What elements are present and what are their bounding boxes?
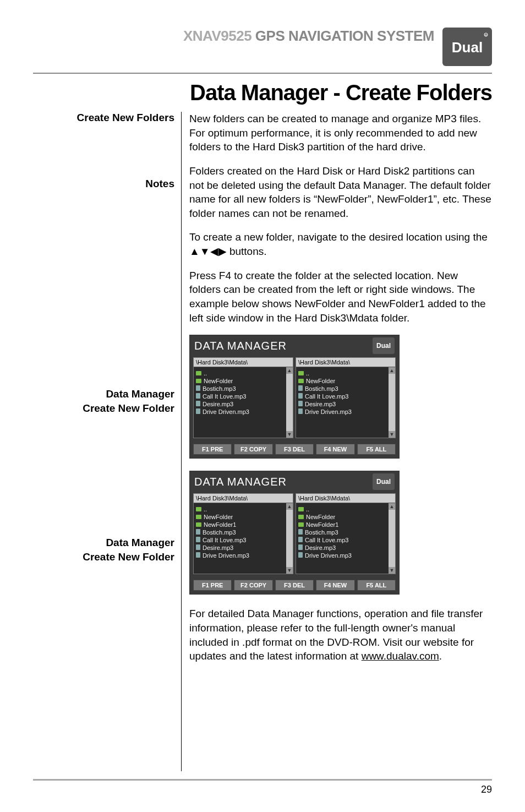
- list-item[interactable]: Drive Driven.mp3: [298, 408, 386, 416]
- header-divider: [33, 73, 492, 74]
- list-item[interactable]: NewFolder1: [196, 521, 284, 528]
- file-icon: [196, 537, 200, 543]
- list-item[interactable]: NewFolder1: [298, 521, 386, 528]
- list-item[interactable]: NewFolder: [298, 377, 386, 385]
- file-name: NewFolder: [204, 514, 233, 520]
- f3-del-button[interactable]: F3 DEL: [275, 580, 314, 591]
- label-notes: Notes: [33, 178, 174, 190]
- list-item[interactable]: Bostich.mp3: [298, 385, 386, 393]
- list-item[interactable]: Call It Love.mp3: [196, 536, 284, 544]
- file-name: Desire.mp3: [305, 544, 336, 551]
- f4-new-button[interactable]: F4 NEW: [316, 444, 354, 455]
- screenshot-data-manager-1: DATA MANAGER Dual \Hard Disk3\Mdata\ ..N…: [189, 335, 400, 459]
- f3-del-button[interactable]: F3 DEL: [275, 444, 314, 455]
- folder-icon: [196, 506, 201, 513]
- label-dm2b: Create New Folder: [33, 551, 174, 563]
- left-file-list-2[interactable]: ..NewFolderNewFolder1Bostich.mp3Call It …: [194, 503, 286, 574]
- list-item[interactable]: Drive Driven.mp3: [298, 552, 386, 559]
- right-file-list-1[interactable]: ..NewFolderBostich.mp3Call It Love.mp3De…: [296, 367, 389, 438]
- f5-all-button[interactable]: F5 ALL: [357, 444, 396, 455]
- f2-copy-button[interactable]: F2 COPY: [234, 444, 272, 455]
- right-file-list-2[interactable]: ..NewFolderNewFolder1Bostich.mp3Call It …: [296, 503, 389, 574]
- list-item[interactable]: Drive Driven.mp3: [196, 552, 284, 559]
- f1-pre-button[interactable]: F1 PRE: [193, 580, 232, 591]
- list-item[interactable]: Desire.mp3: [196, 400, 284, 408]
- list-item[interactable]: ..: [196, 505, 284, 513]
- folder-icon: [298, 370, 304, 377]
- label-dm1a: Data Manager: [33, 388, 174, 400]
- file-name: ..: [306, 370, 309, 377]
- list-item[interactable]: Bostich.mp3: [298, 528, 386, 536]
- paragraph-1: New folders can be created to manage and…: [189, 112, 492, 154]
- file-name: Desire.mp3: [305, 401, 336, 407]
- file-icon: [298, 529, 303, 536]
- file-icon: [196, 408, 200, 415]
- file-icon: [196, 544, 200, 551]
- file-name: Bostich.mp3: [203, 529, 236, 536]
- folder-icon: [196, 521, 201, 528]
- file-icon: [298, 537, 303, 543]
- file-name: NewFolder1: [204, 521, 236, 528]
- scrollbar[interactable]: ▲▼: [389, 367, 395, 438]
- f2-copy-button[interactable]: F2 COPY: [234, 580, 272, 591]
- file-name: Bostich.mp3: [305, 529, 338, 536]
- left-pane-1[interactable]: \Hard Disk3\Mdata\ ..NewFolderBostich.mp…: [193, 357, 293, 438]
- list-item[interactable]: Call It Love.mp3: [298, 536, 386, 544]
- svg-text:R: R: [485, 34, 487, 37]
- paragraph-3: To create a new folder, navigate to the …: [189, 230, 492, 258]
- f4-new-button[interactable]: F4 NEW: [316, 580, 354, 591]
- footnote-link[interactable]: www.dualav.com: [362, 650, 439, 662]
- screenshot-title-1: DATA MANAGER: [194, 340, 287, 352]
- file-icon: [196, 393, 200, 400]
- file-icon: [298, 385, 303, 392]
- file-name: Desire.mp3: [203, 401, 233, 407]
- footnote: For detailed Data Manager functions, ope…: [189, 607, 492, 663]
- scrollbar[interactable]: ▲▼: [286, 367, 293, 438]
- list-item[interactable]: NewFolder: [196, 513, 284, 521]
- list-item[interactable]: Call It Love.mp3: [298, 393, 386, 400]
- arrow-icons: ▲▼◀▶: [189, 246, 227, 257]
- list-item[interactable]: Desire.mp3: [298, 400, 386, 408]
- svg-text:Dual: Dual: [452, 39, 483, 56]
- file-icon: [196, 385, 200, 392]
- f5-all-button[interactable]: F5 ALL: [357, 580, 396, 591]
- file-name: Bostich.mp3: [203, 385, 236, 392]
- left-file-list-1[interactable]: ..NewFolderBostich.mp3Call It Love.mp3De…: [194, 367, 286, 438]
- left-pane-2[interactable]: \Hard Disk3\Mdata\ ..NewFolderNewFolder1…: [193, 493, 293, 574]
- p3-part-b: buttons.: [227, 246, 267, 257]
- p3-part-a: To create a new folder, navigate to the …: [189, 231, 488, 243]
- folder-icon: [298, 506, 304, 513]
- file-icon: [298, 401, 303, 407]
- list-item[interactable]: NewFolder: [298, 513, 386, 521]
- product-model: XNAV9525: [183, 28, 251, 44]
- paragraph-2: Folders created on the Hard Disk or Hard…: [189, 164, 492, 221]
- product-header: XNAV9525 GPS NAVIGATION SYSTEM: [183, 28, 434, 45]
- right-pane-1[interactable]: \Hard Disk3\Mdata\ ..NewFolderBostich.mp…: [296, 357, 396, 438]
- file-name: ..: [306, 506, 309, 513]
- list-item[interactable]: NewFolder: [196, 377, 284, 385]
- list-item[interactable]: Bostich.mp3: [196, 385, 284, 393]
- scrollbar[interactable]: ▲▼: [389, 503, 395, 574]
- list-item[interactable]: Drive Driven.mp3: [196, 408, 284, 416]
- list-item[interactable]: Desire.mp3: [196, 544, 284, 552]
- right-pane-2[interactable]: \Hard Disk3\Mdata\ ..NewFolderNewFolder1…: [296, 493, 396, 574]
- folder-icon: [298, 378, 304, 384]
- file-name: NewFolder1: [306, 521, 338, 528]
- label-dm2a: Data Manager: [33, 537, 174, 549]
- list-item[interactable]: Bostich.mp3: [196, 528, 284, 536]
- list-item[interactable]: ..: [298, 505, 386, 513]
- file-name: Desire.mp3: [203, 544, 233, 551]
- file-name: Call It Love.mp3: [305, 537, 348, 543]
- folder-icon: [298, 521, 304, 528]
- file-name: Drive Driven.mp3: [203, 408, 249, 415]
- f1-pre-button[interactable]: F1 PRE: [193, 444, 232, 455]
- list-item[interactable]: ..: [196, 369, 284, 377]
- folder-icon: [196, 378, 201, 384]
- file-name: NewFolder: [306, 514, 335, 520]
- list-item[interactable]: Desire.mp3: [298, 544, 386, 552]
- list-item[interactable]: ..: [298, 369, 386, 377]
- folder-icon: [196, 514, 201, 520]
- scrollbar[interactable]: ▲▼: [286, 503, 293, 574]
- list-item[interactable]: Call It Love.mp3: [196, 393, 284, 400]
- file-name: Drive Driven.mp3: [203, 552, 249, 559]
